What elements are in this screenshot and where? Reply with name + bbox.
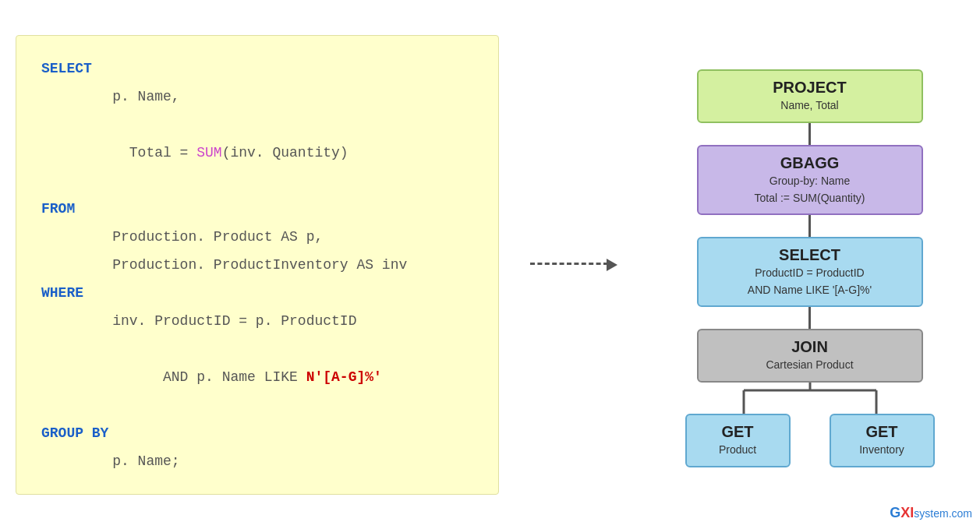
watermark-rest: system.com (914, 507, 972, 520)
watermark-xi: XI (900, 505, 914, 520)
sql-sum-func: SUM (196, 145, 221, 160)
sql-line8: inv. ProductID = p. ProductID (41, 307, 473, 335)
main-container: SELECT p. Name, Total = SUM(inv. Quantit… (0, 0, 980, 529)
arrow-area (530, 259, 624, 271)
arrow-head (607, 259, 617, 271)
node-join-subtitle: Cartesian Product (711, 358, 909, 373)
sql-line3: Total = SUM(inv. Quantity) (41, 111, 473, 195)
node-gbagg: GBAGG Group-by: Name Total := SUM(Quanti… (697, 145, 923, 215)
sql-string-val: N'[A-G]%' (306, 369, 382, 385)
node-select-title: SELECT (711, 246, 909, 264)
sql-line5: Production. Product AS p, (41, 223, 473, 251)
node-select-subtitle2: AND Name LIKE '[A-G]%' (711, 283, 909, 298)
node-select: SELECT ProductID = ProductID AND Name LI… (697, 237, 923, 307)
node-get1-subtitle: Product (699, 443, 777, 458)
node-get-inventory: GET Inventory (830, 414, 935, 467)
sql-line11: p. Name; (41, 447, 473, 475)
sql-total-prefix: Total = (129, 145, 196, 160)
watermark-g: G (890, 505, 900, 520)
node-select-subtitle1: ProductID = ProductID (711, 266, 909, 281)
sql-groupby: GROUP BY (41, 419, 473, 447)
sql-and-like-prefix: AND p. Name LIKE (129, 369, 306, 385)
node-gbagg-title: GBAGG (711, 154, 909, 172)
node-get2-title: GET (844, 423, 921, 441)
branch-svg (685, 383, 935, 414)
node-project-subtitle: Name, Total (711, 98, 909, 114)
watermark: GXIsystem.com (890, 505, 972, 521)
diagram-area: PROJECT Name, Total GBAGG Group-by: Name… (655, 62, 964, 467)
connector-2 (808, 215, 811, 237)
node-get-product: GET Product (685, 414, 791, 467)
sql-select: SELECT (41, 55, 473, 83)
node-get1-title: GET (699, 423, 777, 441)
node-join-title: JOIN (711, 338, 909, 356)
get-nodes: GET Product GET Inventory (685, 414, 935, 467)
dashed-line (530, 263, 608, 265)
connector-1 (808, 123, 811, 145)
node-join: JOIN Cartesian Product (697, 329, 923, 383)
sql-panel: SELECT p. Name, Total = SUM(inv. Quantit… (16, 35, 499, 495)
node-project: PROJECT Name, Total (697, 69, 923, 123)
node-gbagg-subtitle1: Group-by: Name (711, 174, 909, 189)
sql-line9: AND p. Name LIKE N'[A-G]%' (41, 335, 473, 419)
node-gbagg-subtitle2: Total := SUM(Quantity) (711, 191, 909, 206)
sql-line6: Production. ProductInventory AS inv (41, 251, 473, 279)
node-get2-subtitle: Inventory (844, 443, 921, 458)
dashed-arrow (530, 259, 624, 271)
node-project-title: PROJECT (711, 79, 909, 97)
sql-from: FROM (41, 195, 473, 223)
sql-line2: p. Name, (41, 83, 473, 111)
sql-where: WHERE (41, 279, 473, 307)
sql-sum-args: (inv. Quantity) (222, 145, 348, 160)
connector-3 (808, 307, 811, 329)
